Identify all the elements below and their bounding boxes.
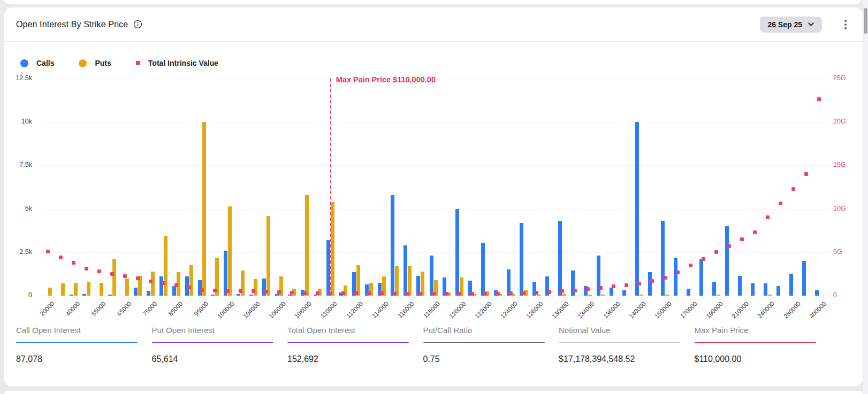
calls-bar[interactable] xyxy=(699,259,703,296)
calls-bar[interactable] xyxy=(610,288,613,296)
intrinsic-value-dot[interactable] xyxy=(637,282,641,285)
intrinsic-value-dot[interactable] xyxy=(727,244,731,248)
intrinsic-value-dot[interactable] xyxy=(123,274,127,278)
intrinsic-value-dot[interactable] xyxy=(226,289,230,293)
page-scrollbar[interactable] xyxy=(863,0,868,394)
calls-bar[interactable] xyxy=(288,295,292,296)
intrinsic-value-dot[interactable] xyxy=(354,291,358,295)
puts-bar[interactable] xyxy=(588,295,592,296)
intrinsic-value-dot[interactable] xyxy=(560,289,564,293)
intrinsic-value-dot[interactable] xyxy=(791,187,795,191)
intrinsic-value-dot[interactable] xyxy=(753,230,757,234)
intrinsic-value-dot[interactable] xyxy=(72,261,75,265)
intrinsic-value-dot[interactable] xyxy=(59,256,63,259)
calls-bar[interactable] xyxy=(134,288,138,296)
legend-item-puts[interactable]: Puts xyxy=(79,59,111,67)
puts-bar[interactable] xyxy=(717,295,720,296)
calls-bar[interactable] xyxy=(391,195,394,296)
intrinsic-value-dot[interactable] xyxy=(174,283,178,287)
intrinsic-value-dot[interactable] xyxy=(458,292,461,296)
puts-bar[interactable] xyxy=(202,122,206,296)
puts-bar[interactable] xyxy=(665,295,669,296)
intrinsic-value-dot[interactable] xyxy=(535,291,538,295)
puts-bar[interactable] xyxy=(228,206,232,296)
puts-bar[interactable] xyxy=(100,283,103,296)
calls-bar[interactable] xyxy=(275,294,279,296)
puts-bar[interactable] xyxy=(601,295,605,296)
puts-bar[interactable] xyxy=(305,195,309,296)
calls-bar[interactable] xyxy=(249,295,253,296)
calls-bar[interactable] xyxy=(481,243,485,296)
puts-bar[interactable] xyxy=(395,266,399,296)
calls-bar[interactable] xyxy=(237,294,240,296)
expiry-date-dropdown[interactable]: 26 Sep 25 xyxy=(760,17,822,33)
puts-bar[interactable] xyxy=(562,294,566,296)
calls-bar[interactable] xyxy=(776,286,780,296)
puts-bar[interactable] xyxy=(537,295,540,296)
calls-bar[interactable] xyxy=(108,295,112,296)
intrinsic-value-dot[interactable] xyxy=(213,289,217,292)
calls-bar[interactable] xyxy=(725,226,729,296)
intrinsic-value-dot[interactable] xyxy=(483,292,487,296)
calls-bar[interactable] xyxy=(802,261,806,296)
intrinsic-value-dot[interactable] xyxy=(162,281,165,285)
intrinsic-value-dot[interactable] xyxy=(702,257,705,261)
puts-bar[interactable] xyxy=(331,202,334,296)
intrinsic-value-dot[interactable] xyxy=(187,285,191,289)
puts-bar[interactable] xyxy=(61,283,65,296)
calls-bar[interactable] xyxy=(558,221,562,296)
intrinsic-value-dot[interactable] xyxy=(136,276,140,280)
calls-bar[interactable] xyxy=(455,209,459,296)
intrinsic-value-dot[interactable] xyxy=(290,291,294,295)
calls-bar[interactable] xyxy=(622,290,626,296)
intrinsic-value-dot[interactable] xyxy=(766,215,770,219)
puts-bar[interactable] xyxy=(48,288,52,296)
intrinsic-value-dot[interactable] xyxy=(740,237,744,241)
calls-bar[interactable] xyxy=(712,282,716,296)
calls-bar[interactable] xyxy=(520,223,523,296)
intrinsic-value-dot[interactable] xyxy=(406,292,409,296)
intrinsic-value-dot[interactable] xyxy=(277,290,281,294)
calls-bar[interactable] xyxy=(789,274,793,296)
calls-bar[interactable] xyxy=(751,283,755,296)
intrinsic-value-dot[interactable] xyxy=(110,272,114,276)
calls-bar[interactable] xyxy=(661,221,665,296)
calls-bar[interactable] xyxy=(738,276,742,296)
intrinsic-value-dot[interactable] xyxy=(239,289,242,293)
intrinsic-value-dot[interactable] xyxy=(817,97,821,101)
intrinsic-value-dot[interactable] xyxy=(470,292,474,296)
calls-bar[interactable] xyxy=(648,272,652,296)
legend-item-calls[interactable]: Calls xyxy=(20,59,54,67)
intrinsic-value-dot[interactable] xyxy=(779,202,782,205)
calls-bar[interactable] xyxy=(635,122,639,296)
intrinsic-value-dot[interactable] xyxy=(509,291,513,295)
calls-bar[interactable] xyxy=(172,286,176,296)
calls-bar[interactable] xyxy=(159,276,163,296)
intrinsic-value-dot[interactable] xyxy=(316,291,319,295)
calls-bar[interactable] xyxy=(70,295,73,296)
puts-bar[interactable] xyxy=(768,295,772,296)
calls-bar[interactable] xyxy=(403,245,407,296)
legend-item-intrinsic[interactable]: Total Intrinsic Value xyxy=(136,59,218,67)
intrinsic-value-dot[interactable] xyxy=(496,292,500,296)
calls-bar[interactable] xyxy=(147,291,150,296)
intrinsic-value-dot[interactable] xyxy=(149,280,153,283)
intrinsic-value-dot[interactable] xyxy=(418,292,422,296)
intrinsic-value-dot[interactable] xyxy=(612,284,615,288)
puts-bar[interactable] xyxy=(639,295,643,296)
calls-bar[interactable] xyxy=(82,294,86,296)
calls-bar[interactable] xyxy=(764,283,767,296)
intrinsic-value-dot[interactable] xyxy=(522,291,526,295)
intrinsic-value-dot[interactable] xyxy=(329,291,332,295)
intrinsic-value-dot[interactable] xyxy=(200,288,204,292)
calls-bar[interactable] xyxy=(815,290,819,296)
intrinsic-value-dot[interactable] xyxy=(46,250,50,253)
scrollbar-thumb[interactable] xyxy=(864,8,867,34)
intrinsic-value-dot[interactable] xyxy=(252,289,255,293)
intrinsic-value-dot[interactable] xyxy=(445,292,448,296)
puts-bar[interactable] xyxy=(87,282,90,296)
intrinsic-value-dot[interactable] xyxy=(547,290,551,294)
calls-bar[interactable] xyxy=(674,258,677,296)
intrinsic-value-dot[interactable] xyxy=(573,289,577,292)
puts-bar[interactable] xyxy=(74,283,78,296)
